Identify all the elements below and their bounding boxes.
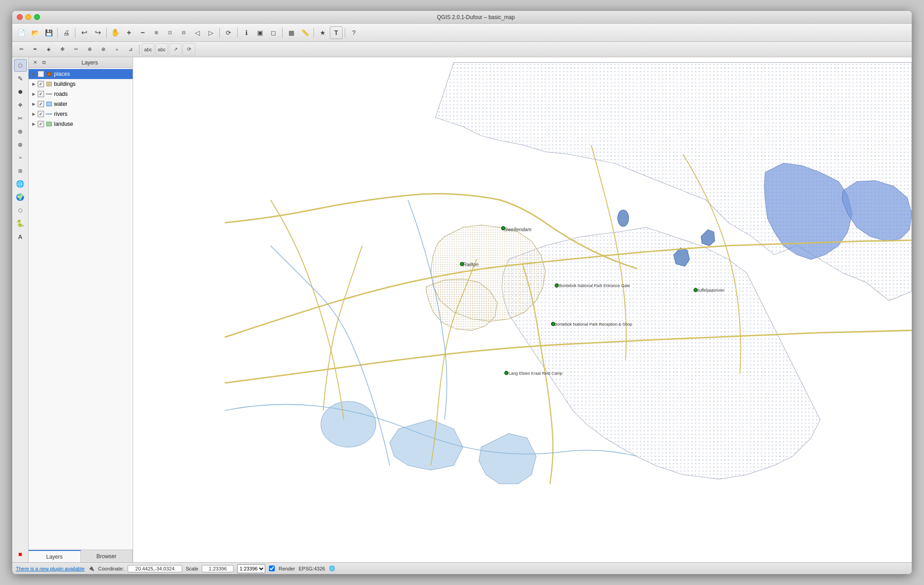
redo-button[interactable]: ↪ xyxy=(91,26,104,39)
svg-text:Bontebok National Park Entranc: Bontebok National Park Entrance Gate xyxy=(559,283,630,288)
main-window: QGIS 2.0.1-Dufour – basic_map 📄 📂 💾 🖨 ↩ … xyxy=(12,11,912,574)
tab-browser[interactable]: Browser xyxy=(81,550,133,562)
roads-checkbox[interactable]: ✓ xyxy=(38,91,44,97)
refresh-button[interactable]: ⟳ xyxy=(222,26,235,39)
sep2 xyxy=(75,28,75,38)
layers-close-btn[interactable]: ✕ xyxy=(31,59,39,66)
deselect-button[interactable]: ◻ xyxy=(267,26,280,39)
map-canvas[interactable]: Swellendam Railton Bontebok National Par… xyxy=(133,57,912,562)
open-file-button[interactable]: 📂 xyxy=(29,26,41,39)
attribute-table-button[interactable]: ▦ xyxy=(285,26,298,39)
close-button[interactable] xyxy=(17,14,23,20)
svg-text:Railton: Railton xyxy=(463,262,478,267)
crs-icon[interactable]: 🌐 xyxy=(329,565,335,571)
sep8 xyxy=(345,28,345,38)
rotate-label-tool[interactable]: ⟳ xyxy=(183,43,195,56)
simplify-tool[interactable]: ≈ xyxy=(110,43,123,56)
layer-item-water[interactable]: ▶ ✓ water xyxy=(29,99,133,109)
measure-button[interactable]: 📏 xyxy=(298,26,311,39)
svg-point-27 xyxy=(694,288,697,292)
globe-tool-2[interactable]: 🌍 xyxy=(14,191,27,203)
help-button[interactable]: ? xyxy=(348,26,360,39)
ring-tool-2[interactable]: ⊕ xyxy=(14,125,27,138)
zoom-out-button[interactable]: − xyxy=(136,26,149,39)
landuse-checkbox[interactable]: ✓ xyxy=(38,121,44,127)
zoom-full-button[interactable]: ⊞ xyxy=(150,26,163,39)
rivers-checkbox[interactable]: ✓ xyxy=(38,111,44,117)
red-square-tool[interactable]: ■ xyxy=(14,548,27,560)
zoom-next-button[interactable]: ▷ xyxy=(204,26,217,39)
pin-label-tool[interactable]: abc xyxy=(155,43,168,56)
globe-tool[interactable]: 🌐 xyxy=(14,178,27,190)
layer-item-landuse[interactable]: ▶ ✓ landuse xyxy=(29,119,133,129)
render-checkbox[interactable] xyxy=(269,565,275,571)
digitize-tool-2[interactable]: ✥ xyxy=(14,99,27,111)
zoom-in-button[interactable]: + xyxy=(123,26,135,39)
zoom-layer-button[interactable]: ⊟ xyxy=(177,26,190,39)
label-tool-2[interactable]: A xyxy=(14,230,27,243)
ring-tool[interactable]: ⊕ xyxy=(83,43,96,56)
buildings-checkbox[interactable]: ✓ xyxy=(38,81,44,87)
sep4 xyxy=(219,28,220,38)
edit-tool[interactable]: ✏ xyxy=(15,43,28,56)
tab-layers[interactable]: Layers xyxy=(29,550,81,562)
move-label-tool[interactable]: ↗ xyxy=(169,43,182,56)
scale-field[interactable]: 1:23396 xyxy=(202,565,233,572)
node-edit-tool[interactable]: ⬢ xyxy=(14,85,27,98)
layer-item-roads[interactable]: ▶ ✓ roads xyxy=(29,89,133,99)
rivers-expand-icon[interactable]: ▶ xyxy=(30,111,37,117)
sep5 xyxy=(237,28,238,38)
move-feature-tool[interactable]: ✥ xyxy=(56,43,69,56)
roads-icon xyxy=(45,91,53,97)
fill-ring-tool[interactable]: ⊗ xyxy=(97,43,109,56)
simplify-tool-2[interactable]: ≈ xyxy=(14,151,27,164)
places-checkbox[interactable]: ✓ xyxy=(38,71,44,77)
fill-tool[interactable]: ⊗ xyxy=(14,138,27,151)
layers-float-btn[interactable]: ⧉ xyxy=(40,59,48,66)
network-tool[interactable]: ⬡ xyxy=(14,204,27,217)
svg-point-25 xyxy=(460,262,464,266)
python-tool[interactable]: 🐍 xyxy=(14,217,27,230)
coordinate-field[interactable]: 20.4425,-34.0324 xyxy=(128,565,182,572)
add-part-tool[interactable]: ⊞ xyxy=(14,164,27,177)
save-file-button[interactable]: 💾 xyxy=(42,26,55,39)
scissors-tool[interactable]: ✂ xyxy=(14,112,27,124)
label-tool[interactable]: abc xyxy=(142,43,154,56)
reshape-tool[interactable]: ⊿ xyxy=(124,43,137,56)
pencil-tool[interactable]: ✎ xyxy=(14,72,27,85)
tools-sidebar: ⬡ ✎ ⬢ ✥ ✂ ⊕ ⊗ ≈ ⊞ 🌐 🌍 ⬡ 🐍 A ■ xyxy=(12,57,29,562)
undo-button[interactable]: ↩ xyxy=(78,26,90,39)
maximize-button[interactable] xyxy=(34,14,40,20)
layer-item-buildings[interactable]: ▶ ✓ buildings xyxy=(29,79,133,89)
delete-part-tool[interactable]: ✂ xyxy=(70,43,82,56)
zoom-selection-button[interactable]: ⊡ xyxy=(164,26,176,39)
roads-expand-icon[interactable]: ▶ xyxy=(30,91,37,97)
select-features-tool[interactable]: ⬡ xyxy=(14,59,27,72)
scale-dropdown[interactable]: 1:23396 xyxy=(237,564,265,573)
water-expand-icon[interactable]: ▶ xyxy=(30,101,37,107)
water-checkbox[interactable]: ✓ xyxy=(38,101,44,107)
main-toolbar: 📄 📂 💾 🖨 ↩ ↪ ✋ + − ⊞ ⊡ ⊟ ◁ ▷ ⟳ ℹ ▣ ◻ ▦ 📏 … xyxy=(12,24,912,42)
plugin-available-link[interactable]: There is a new plugin available xyxy=(16,566,84,571)
select-button[interactable]: ▣ xyxy=(253,26,266,39)
identify-button[interactable]: ℹ xyxy=(240,26,253,39)
layer-item-rivers[interactable]: ▶ ✓ rivers xyxy=(29,109,133,119)
places-expand-icon[interactable]: ▶ xyxy=(30,71,37,77)
print-button[interactable]: 🖨 xyxy=(60,26,73,39)
layer-item-places[interactable]: ▶ ✓ places xyxy=(29,69,133,79)
statusbar: There is a new plugin available 🔌 Coordi… xyxy=(12,562,912,574)
plugin-icon: 🔌 xyxy=(88,565,94,571)
svg-point-10 xyxy=(618,210,629,226)
zoom-prev-button[interactable]: ◁ xyxy=(191,26,204,39)
pan-button[interactable]: ✋ xyxy=(109,26,122,39)
digitize-tool[interactable]: ✒ xyxy=(29,43,41,56)
water-label: water xyxy=(54,101,131,107)
bookmarks-button[interactable]: ★ xyxy=(316,26,329,39)
label-button[interactable]: T xyxy=(330,26,343,39)
minimize-button[interactable] xyxy=(25,14,31,20)
buildings-expand-icon[interactable]: ▶ xyxy=(30,81,37,87)
render-label: Render xyxy=(278,566,295,571)
node-tool[interactable]: ◈ xyxy=(42,43,55,56)
new-file-button[interactable]: 📄 xyxy=(15,26,28,39)
landuse-expand-icon[interactable]: ▶ xyxy=(30,121,37,127)
